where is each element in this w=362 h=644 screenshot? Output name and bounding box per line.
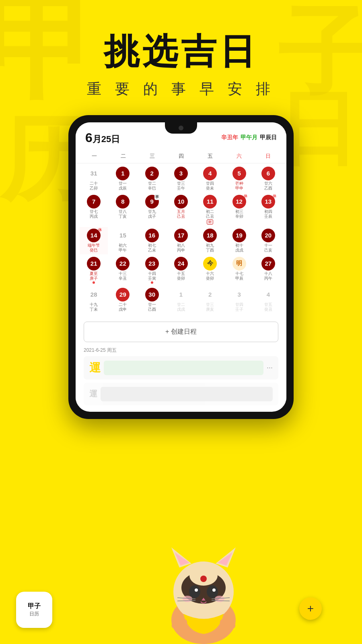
cal-day-23: 23	[145, 257, 159, 270]
table-row[interactable]: 28 十九丁未	[80, 286, 108, 314]
cal-day-next-4: 4	[261, 288, 275, 301]
table-row[interactable]: 8 廿八丁亥	[109, 193, 137, 226]
schedule-row: 運 ···	[89, 360, 273, 376]
table-row[interactable]: 21 夏至庚子	[80, 255, 108, 285]
cal-lunar-14: 端午节癸巳	[88, 243, 100, 253]
tag-11-cai: 财	[207, 219, 213, 225]
app-icon-line1: 甲子	[28, 602, 41, 611]
table-row[interactable]: 10 五月己丑	[167, 193, 195, 226]
table-row[interactable]: 4 廿五癸丑	[254, 286, 282, 314]
cal-lunar-6: 廿六乙酉	[264, 181, 272, 191]
dot-21	[93, 281, 95, 284]
fab-button[interactable]: +	[299, 597, 322, 620]
weekday-mon: 一	[80, 151, 109, 161]
cal-lunar-19: 初十戊戌	[235, 243, 243, 253]
table-row[interactable]: 3 廿四壬子	[225, 286, 253, 314]
cal-day-next-1: 1	[174, 288, 188, 301]
tag-row-11: 财	[207, 219, 213, 225]
svg-point-8	[189, 585, 200, 598]
weekday-tue: 二	[109, 151, 138, 161]
cal-day-30: 30	[145, 288, 159, 301]
weekday-thu: 四	[167, 151, 195, 161]
table-row[interactable]: 24 十五癸卯	[167, 255, 195, 285]
table-row[interactable]: 15 初六甲午	[109, 227, 137, 254]
table-row[interactable]: 今 十六癸卯	[196, 255, 224, 285]
cal-lunar-24: 十五癸卯	[177, 271, 185, 281]
more-options-icon[interactable]: ···	[267, 363, 273, 372]
header-section: 挑选吉日 重 要 的 事 早 安 排	[0, 0, 362, 99]
table-row[interactable]: 23 十四壬寅	[138, 255, 166, 285]
table-row[interactable]: 19 初十戊戌	[225, 227, 253, 254]
cal-day-18: 18	[203, 229, 217, 242]
app-icon: 甲子 日历	[16, 592, 52, 628]
table-row[interactable]: 20 十一己亥	[254, 227, 282, 254]
cal-lunar-28: 十九丁未	[90, 302, 98, 312]
cal-lunar-12: 初三辛卯	[235, 209, 243, 219]
table-row[interactable]: 30 廿一己酉	[138, 286, 166, 314]
schedule-content-2	[101, 387, 273, 401]
cat-mascot	[147, 535, 260, 644]
cal-day-3: 3	[174, 167, 188, 180]
sub-title: 重 要 的 事 早 安 排	[0, 79, 362, 99]
weekday-sat: 六	[224, 151, 253, 161]
table-row[interactable]: 4 廿四癸未	[196, 165, 224, 192]
cal-day-5: 5	[232, 167, 246, 180]
holiday-badge-14: 休	[98, 227, 102, 233]
cal-lunar-27: 十八丙午	[264, 271, 272, 281]
create-schedule-button[interactable]: + 创建日程	[84, 322, 278, 342]
cal-day-31: 31	[87, 167, 101, 180]
cal-day-19: 19	[232, 229, 246, 242]
cal-lunar-18: 初九丁酉	[206, 243, 214, 253]
cal-day-10: 10	[174, 195, 188, 208]
phone-notch	[165, 122, 197, 134]
table-row[interactable]: 11 初二己丑 财	[196, 193, 224, 226]
table-row[interactable]: 27 十八丙午	[254, 255, 282, 285]
cal-day-29: 29	[116, 288, 130, 301]
table-row[interactable]: 明 十七甲辰	[225, 255, 253, 285]
table-row[interactable]: 2 廿二辛巳	[138, 165, 166, 192]
cal-day-16: 16	[145, 229, 159, 242]
table-row[interactable]: 18 初九丁酉	[196, 227, 224, 254]
table-row[interactable]: 22 十三辛丑	[109, 255, 137, 285]
cal-lunar-29: 二十戊申	[119, 302, 127, 312]
table-row[interactable]: 14 休 端午节癸巳	[80, 227, 108, 254]
table-row[interactable]: 5 芒种甲申	[225, 165, 253, 192]
cal-day-7: 7	[87, 195, 101, 208]
table-row[interactable]: 1 廿二戊戌	[167, 286, 195, 314]
cal-day-12: 12 休	[232, 195, 246, 208]
svg-point-11	[212, 588, 216, 592]
svg-line-16	[177, 601, 195, 601]
table-row[interactable]: 1 廿一戊辰	[109, 165, 137, 192]
svg-point-12	[183, 596, 192, 602]
table-row[interactable]: 17 初八丙申	[167, 227, 195, 254]
table-row[interactable]: 31 二十乙卯	[80, 165, 108, 192]
cal-day-today: 今	[203, 257, 217, 270]
cal-lunar-4: 廿四癸未	[206, 181, 214, 191]
table-row[interactable]: 2 廿三庚亥	[196, 286, 224, 314]
table-row[interactable]: 13 休 初四壬辰	[254, 193, 282, 226]
cal-day-17: 17	[174, 229, 188, 242]
lunar-year: 辛丑年	[221, 134, 238, 141]
cal-day-9: 9 事	[145, 195, 159, 208]
cal-lunar-1: 廿一戊辰	[119, 181, 127, 191]
cal-badge-9: 事	[154, 194, 160, 200]
table-row[interactable]: 12 休 初三辛卯	[225, 193, 253, 226]
table-row[interactable]: 3 廿三壬午	[167, 165, 195, 192]
cal-lunar-10: 五月己丑	[177, 209, 185, 219]
table-row[interactable]: 16 初七乙未	[138, 227, 166, 254]
cal-day-next-2: 2	[203, 288, 217, 301]
cal-lunar-20: 十一己亥	[264, 243, 272, 253]
calendar-date: 6月25日	[85, 130, 120, 145]
cal-day-13: 13 休	[261, 195, 275, 208]
table-row[interactable]: 9 事 廿九戊子	[138, 193, 166, 226]
table-row[interactable]: 29 二十戊申	[109, 286, 137, 314]
cal-lunar-8: 廿八丁亥	[119, 209, 127, 219]
cal-day-20: 20	[261, 229, 275, 242]
cal-day-4: 4	[203, 167, 217, 180]
svg-point-19	[200, 576, 207, 582]
cal-lunar-next-4: 廿五癸丑	[264, 302, 272, 312]
yun-label-2: 運	[89, 388, 97, 399]
table-row[interactable]: 6 廿六乙酉	[254, 165, 282, 192]
table-row[interactable]: 7 廿七丙戌	[80, 193, 108, 226]
cal-day-ming: 明	[232, 257, 246, 270]
